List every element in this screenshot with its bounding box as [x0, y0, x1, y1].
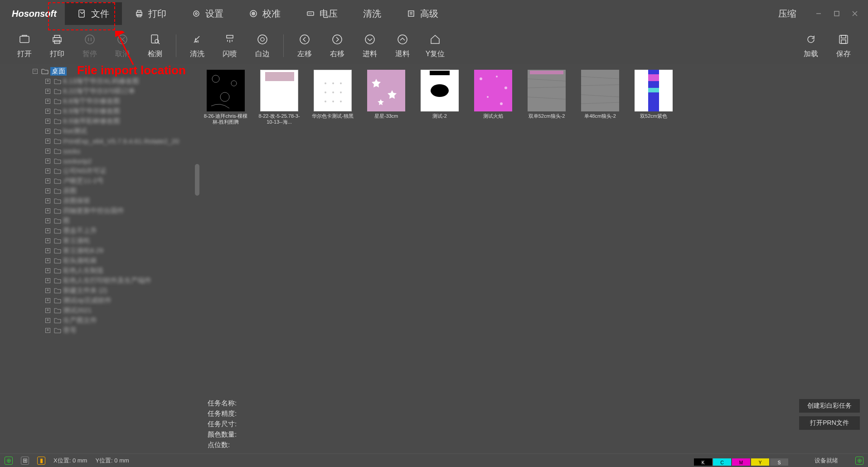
flash-spray-button[interactable]: 闪喷 — [213, 33, 246, 59]
tree-item[interactable]: +彩色人生制造 — [45, 265, 199, 275]
calibrate-icon — [249, 9, 258, 18]
expand-icon[interactable]: + — [45, 218, 50, 223]
white-edge-button[interactable]: 白边 — [246, 33, 279, 59]
expand-icon[interactable]: + — [45, 99, 50, 104]
collapse-icon[interactable]: − — [33, 69, 38, 74]
move-right-button[interactable]: 右移 — [321, 33, 354, 59]
tree-item[interactable]: +富立涤纶 — [45, 236, 199, 246]
maximize-button[interactable] — [832, 9, 842, 19]
expand-icon[interactable]: + — [45, 129, 50, 134]
tree-item[interactable]: +8.13海宁华尔XL码修改图 — [45, 76, 199, 86]
move-left-button[interactable]: 左移 — [288, 33, 321, 59]
pause-button[interactable]: 暂停 — [73, 33, 106, 59]
thumbnail[interactable]: 单48cm狼头-2 — [577, 70, 623, 119]
expand-icon[interactable]: + — [45, 248, 50, 253]
print-button[interactable]: 打印 — [41, 33, 73, 59]
tree-item[interactable]: +测试rip完成软件 — [45, 295, 199, 305]
expand-icon[interactable]: + — [45, 268, 50, 273]
tree-item[interactable]: +新建文件夹 (2) — [45, 285, 199, 295]
expand-icon[interactable]: + — [45, 278, 50, 283]
expand-icon[interactable]: + — [45, 238, 50, 243]
menu-voltage[interactable]: 电压 — [293, 2, 350, 25]
tree-item[interactable]: +8.9迪拜彩林修改图 — [45, 116, 199, 126]
thumbnail[interactable]: 8-26-迪拜chris-棵棵林-胜利图腾 — [203, 70, 248, 125]
tree-item[interactable]: +socksrip2 — [45, 156, 199, 166]
tree-item[interactable]: +公司NS许可证 — [45, 166, 199, 176]
open-button[interactable]: 打开 — [8, 33, 41, 59]
tree-item[interactable]: +原图 — [45, 186, 199, 196]
expand-icon[interactable]: + — [45, 318, 50, 323]
expand-icon[interactable]: + — [45, 139, 50, 144]
svg-rect-67 — [528, 70, 566, 111]
tree-item[interactable]: +socks — [45, 146, 199, 156]
retreat-button[interactable]: 退料 — [386, 33, 419, 59]
tree-item[interactable]: +卢晓芝11-2号 — [45, 176, 199, 186]
thumbnail[interactable]: 双52cm紫色 — [631, 70, 676, 119]
expand-icon[interactable]: + — [45, 298, 50, 303]
expand-icon[interactable]: + — [45, 109, 50, 114]
thumbnail[interactable]: 测试-2 — [417, 70, 462, 119]
tree-item[interactable]: +章哥 — [45, 325, 199, 335]
expand-icon[interactable]: + — [45, 258, 50, 263]
thumbnail-image — [314, 70, 352, 111]
brand-logo: Hosonsoft — [4, 9, 65, 19]
expand-icon[interactable]: + — [45, 169, 50, 173]
expand-icon[interactable]: + — [45, 308, 50, 313]
svg-point-36 — [365, 35, 374, 44]
tree-item[interactable]: +图 — [45, 216, 199, 226]
expand-icon[interactable]: + — [45, 149, 50, 154]
tree-item[interactable]: +彩头涤纶袜 — [45, 255, 199, 265]
tree-item[interactable]: +PrintExp_x64_V5.7.9.4.61.Rotate2_20 — [45, 136, 199, 146]
expand-icon[interactable]: + — [45, 89, 50, 94]
tree-item[interactable]: +测试2021 — [45, 305, 199, 315]
expand-icon[interactable]: + — [45, 159, 50, 164]
tree-item[interactable]: +彩色人生打印软件及生产端件 — [45, 275, 199, 285]
folder-icon — [54, 297, 61, 303]
y-reset-button[interactable]: Y复位 — [419, 33, 451, 59]
close-button[interactable] — [850, 9, 860, 19]
expand-icon[interactable]: + — [45, 208, 50, 213]
arrow-left-icon — [298, 33, 311, 46]
tree-item[interactable]: +四轴更新中控台固件 — [45, 206, 199, 216]
clean-button[interactable]: 清洗 — [181, 33, 213, 59]
save-button[interactable]: 保存 — [827, 33, 860, 59]
thumbnail[interactable]: 测试火焰 — [470, 70, 516, 119]
menu-settings[interactable]: 设置 — [179, 2, 236, 25]
menu-file[interactable]: 文件 — [65, 2, 122, 25]
tree-item[interactable]: +富立涤纶8.29 — [45, 246, 199, 255]
thumbnail[interactable]: 双单52cm狼头-2 — [524, 70, 569, 119]
menu-clean[interactable]: 清洗 — [350, 2, 394, 25]
expand-icon[interactable]: + — [45, 119, 50, 124]
expand-icon[interactable]: + — [45, 198, 50, 203]
detect-button[interactable]: 检测 — [139, 33, 171, 59]
expand-icon[interactable]: + — [45, 188, 50, 193]
compress-label[interactable]: 压缩 — [778, 8, 796, 20]
thumbnail[interactable]: 星星-33cm — [364, 70, 409, 119]
expand-icon[interactable]: + — [45, 328, 50, 333]
scrollbar[interactable] — [195, 164, 199, 196]
thumbnail[interactable]: 华尔色卡测试-独黑 — [310, 70, 355, 119]
tree-item[interactable]: +8.9海宁华尔修改图 — [45, 106, 199, 116]
expand-icon[interactable]: + — [45, 288, 50, 293]
tree-item-label: 章哥 — [63, 326, 77, 335]
open-prn-button[interactable]: 打开PRN文件 — [799, 416, 860, 430]
menu-calibrate[interactable]: 校准 — [236, 2, 293, 25]
cancel-button[interactable]: 取消 — [106, 33, 139, 59]
expand-icon[interactable]: + — [45, 178, 50, 183]
tree-item[interactable]: +8.22海宁华尔370双订单 — [45, 86, 199, 96]
thumbnail[interactable]: 8-22-改-5-25.78-3-10-13--海... — [257, 70, 302, 125]
menu-print[interactable]: 打印 — [122, 2, 179, 25]
tree-item[interactable]: +lise测试 — [45, 126, 199, 136]
tree-item[interactable]: +墨盒不上升 — [45, 226, 199, 236]
tree-item-label: 生产图文件 — [63, 316, 97, 325]
tree-item[interactable]: +生产图文件 — [45, 315, 199, 325]
feed-button[interactable]: 进料 — [354, 33, 386, 59]
expand-icon[interactable]: + — [45, 79, 50, 84]
expand-icon[interactable]: + — [45, 228, 50, 233]
create-color-task-button[interactable]: 创建彩白彩任务 — [799, 399, 860, 413]
tree-item[interactable]: +原图保留 — [45, 196, 199, 206]
minimize-button[interactable] — [814, 9, 824, 19]
tree-item[interactable]: +8.8海宁华尔修改图 — [45, 96, 199, 106]
load-button[interactable]: 加载 — [795, 33, 827, 59]
menu-advanced[interactable]: 高级 — [394, 2, 451, 25]
